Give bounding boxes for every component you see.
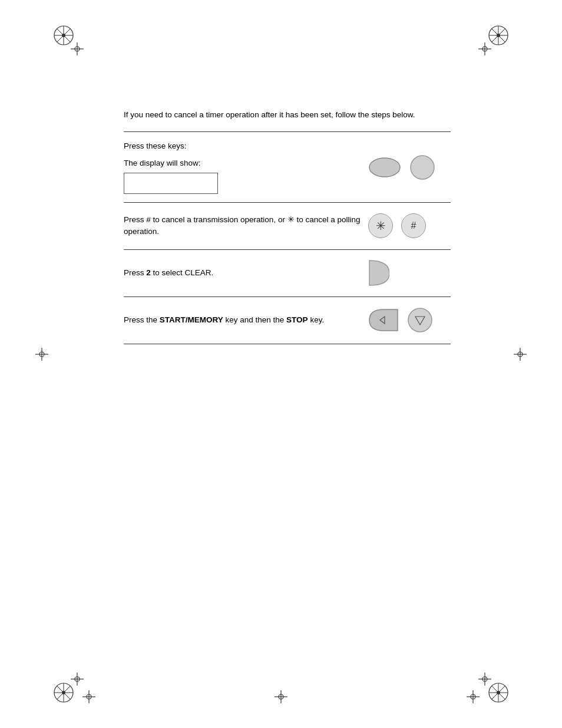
reg-mark-bl-star xyxy=(53,682,74,703)
display-box xyxy=(124,173,218,194)
step3-text: Press 2 to select CLEAR. xyxy=(124,267,368,279)
key-oval-2-icon xyxy=(409,154,435,180)
svg-point-51 xyxy=(369,158,400,177)
step-row-2: Press # to cancel a transmission operati… xyxy=(124,203,451,250)
reg-crosshair-bc xyxy=(275,690,287,703)
step-row-1: Press these keys: The display will show: xyxy=(124,132,451,203)
key-start-icon xyxy=(368,308,399,332)
reg-crosshair-tl xyxy=(71,42,84,55)
step4-keys xyxy=(368,307,451,333)
step2-text: Press # to cancel a transmission operati… xyxy=(124,214,368,238)
key-2-icon xyxy=(368,259,389,286)
intro-text: If you need to cancel a timer operation … xyxy=(124,109,451,121)
key-hash-icon: # xyxy=(401,213,426,238)
key-star-icon: ✳ xyxy=(368,213,393,238)
reg-crosshair-bl2 xyxy=(82,690,95,703)
step4-suffix: key. xyxy=(308,315,325,324)
step3-keys xyxy=(368,259,451,286)
svg-point-5 xyxy=(62,34,65,37)
step4-mid: key and then the xyxy=(223,315,286,324)
step3-bold: 2 xyxy=(146,268,151,277)
step4-bold2: STOP xyxy=(286,315,308,324)
reg-mark-br-star xyxy=(488,682,509,703)
svg-point-52 xyxy=(411,156,434,179)
svg-point-32 xyxy=(62,691,65,694)
step-row-3: Press 2 to select CLEAR. xyxy=(124,250,451,297)
step1-display-label: The display will show: xyxy=(124,157,362,169)
step4-text: Press the START/MEMORY key and then the … xyxy=(124,314,368,326)
step3-suffix: to select CLEAR. xyxy=(151,268,214,277)
main-content: If you need to cancel a timer operation … xyxy=(124,109,451,344)
svg-point-47 xyxy=(497,691,500,694)
reg-crosshair-ml xyxy=(35,348,48,361)
reg-crosshair-tr xyxy=(478,42,491,55)
reg-crosshair-mr xyxy=(514,348,527,361)
svg-point-54 xyxy=(408,308,432,332)
svg-point-14 xyxy=(497,34,500,37)
step4-bold1: START/MEMORY xyxy=(160,315,223,324)
step1-keys xyxy=(368,154,451,180)
step1-text: Press these keys: The display will show: xyxy=(124,140,368,194)
step2-keys: ✳ # xyxy=(368,213,451,238)
key-stop-icon xyxy=(407,307,433,333)
reg-crosshair-br2 xyxy=(467,690,480,703)
step-row-4: Press the START/MEMORY key and then the … xyxy=(124,297,451,344)
step1-press-label: Press these keys: xyxy=(124,140,362,152)
key-oval-1-icon xyxy=(368,157,401,178)
steps-table: Press these keys: The display will show:… xyxy=(124,131,451,344)
